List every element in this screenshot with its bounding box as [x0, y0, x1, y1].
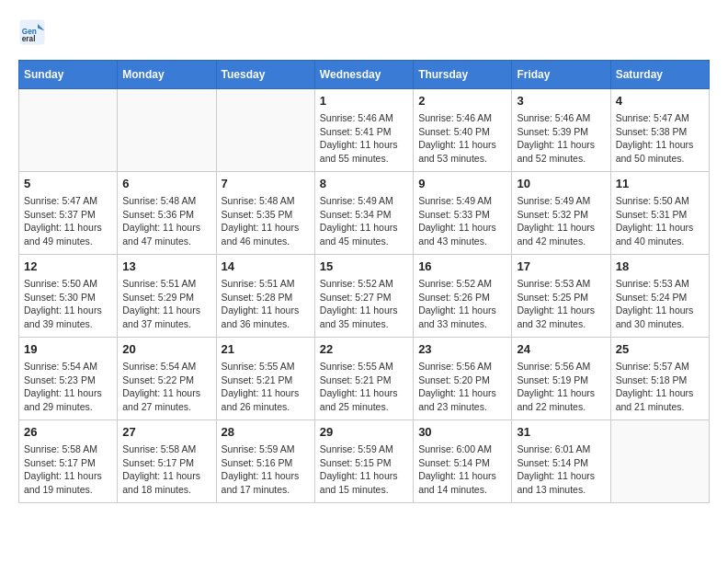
day-number: 31: [517, 425, 605, 439]
day-info: Sunrise: 5:56 AM Sunset: 5:19 PM Dayligh…: [517, 360, 605, 414]
day-number: 21: [222, 342, 310, 356]
day-number: 8: [320, 177, 408, 190]
day-info: Sunrise: 5:53 AM Sunset: 5:25 PM Dayligh…: [517, 277, 605, 331]
day-number: 26: [24, 425, 112, 439]
calendar-cell: 2Sunrise: 5:46 AM Sunset: 5:40 PM Daylig…: [414, 89, 512, 172]
calendar-cell: 20Sunrise: 5:54 AM Sunset: 5:22 PM Dayli…: [118, 338, 216, 420]
calendar-cell: 11Sunrise: 5:50 AM Sunset: 5:31 PM Dayli…: [610, 172, 709, 255]
calendar-cell: [118, 89, 216, 172]
day-number: 6: [122, 177, 210, 190]
calendar-cell: [610, 420, 709, 503]
week-row: 19Sunrise: 5:54 AM Sunset: 5:23 PM Dayli…: [19, 338, 710, 420]
day-info: Sunrise: 5:48 AM Sunset: 5:36 PM Dayligh…: [122, 194, 210, 248]
day-info: Sunrise: 5:55 AM Sunset: 5:21 PM Dayligh…: [222, 360, 310, 414]
day-number: 17: [517, 259, 605, 273]
day-info: Sunrise: 5:59 AM Sunset: 5:16 PM Dayligh…: [222, 442, 310, 497]
day-number: 30: [418, 425, 506, 439]
day-number: 27: [122, 425, 210, 439]
day-info: Sunrise: 5:49 AM Sunset: 5:33 PM Dayligh…: [418, 194, 506, 248]
calendar-cell: 25Sunrise: 5:57 AM Sunset: 5:18 PM Dayli…: [610, 338, 709, 420]
day-number: 19: [24, 342, 112, 356]
page-header: Gen eral: [18, 18, 710, 46]
calendar-cell: 27Sunrise: 5:58 AM Sunset: 5:17 PM Dayli…: [118, 420, 216, 503]
day-info: Sunrise: 5:49 AM Sunset: 5:34 PM Dayligh…: [320, 194, 408, 248]
day-info: Sunrise: 5:50 AM Sunset: 5:31 PM Dayligh…: [616, 194, 704, 248]
day-number: 25: [616, 342, 704, 356]
calendar-table: SundayMondayTuesdayWednesdayThursdayFrid…: [18, 60, 710, 503]
day-number: 16: [418, 259, 506, 273]
calendar-cell: 16Sunrise: 5:52 AM Sunset: 5:26 PM Dayli…: [414, 255, 512, 338]
svg-text:eral: eral: [22, 35, 36, 43]
calendar-cell: 1Sunrise: 5:46 AM Sunset: 5:41 PM Daylig…: [314, 89, 413, 172]
day-number: 5: [24, 177, 112, 190]
day-number: 12: [24, 259, 112, 273]
day-info: Sunrise: 5:46 AM Sunset: 5:39 PM Dayligh…: [517, 111, 605, 166]
day-info: Sunrise: 5:46 AM Sunset: 5:41 PM Dayligh…: [320, 111, 408, 166]
day-number: 2: [418, 94, 506, 108]
day-of-week-header: Sunday: [19, 61, 118, 89]
calendar-cell: 26Sunrise: 5:58 AM Sunset: 5:17 PM Dayli…: [19, 420, 118, 503]
day-info: Sunrise: 5:53 AM Sunset: 5:24 PM Dayligh…: [616, 277, 704, 331]
day-info: Sunrise: 5:54 AM Sunset: 5:22 PM Dayligh…: [122, 360, 210, 414]
calendar-cell: 10Sunrise: 5:49 AM Sunset: 5:32 PM Dayli…: [512, 172, 610, 255]
calendar-cell: 28Sunrise: 5:59 AM Sunset: 5:16 PM Dayli…: [216, 420, 314, 503]
day-info: Sunrise: 5:52 AM Sunset: 5:27 PM Dayligh…: [320, 277, 408, 331]
day-info: Sunrise: 5:54 AM Sunset: 5:23 PM Dayligh…: [24, 360, 112, 414]
calendar-cell: 23Sunrise: 5:56 AM Sunset: 5:20 PM Dayli…: [414, 338, 512, 420]
day-number: 28: [222, 425, 310, 439]
day-number: 18: [616, 259, 704, 273]
calendar-cell: 14Sunrise: 5:51 AM Sunset: 5:28 PM Dayli…: [216, 255, 314, 338]
day-number: 7: [222, 177, 310, 190]
day-number: 29: [320, 425, 408, 439]
calendar-cell: 13Sunrise: 5:51 AM Sunset: 5:29 PM Dayli…: [118, 255, 216, 338]
day-number: 20: [122, 342, 210, 356]
day-info: Sunrise: 5:47 AM Sunset: 5:37 PM Dayligh…: [24, 194, 112, 248]
logo: Gen eral: [18, 18, 51, 46]
day-info: Sunrise: 5:48 AM Sunset: 5:35 PM Dayligh…: [222, 194, 310, 248]
week-row: 12Sunrise: 5:50 AM Sunset: 5:30 PM Dayli…: [19, 255, 710, 338]
calendar-cell: 22Sunrise: 5:55 AM Sunset: 5:21 PM Dayli…: [314, 338, 413, 420]
calendar-cell: 5Sunrise: 5:47 AM Sunset: 5:37 PM Daylig…: [19, 172, 118, 255]
calendar-cell: 21Sunrise: 5:55 AM Sunset: 5:21 PM Dayli…: [216, 338, 314, 420]
calendar-cell: 12Sunrise: 5:50 AM Sunset: 5:30 PM Dayli…: [19, 255, 118, 338]
calendar-header-row: SundayMondayTuesdayWednesdayThursdayFrid…: [19, 61, 710, 89]
week-row: 1Sunrise: 5:46 AM Sunset: 5:41 PM Daylig…: [19, 89, 710, 172]
day-info: Sunrise: 5:52 AM Sunset: 5:26 PM Dayligh…: [418, 277, 506, 331]
calendar-cell: 19Sunrise: 5:54 AM Sunset: 5:23 PM Dayli…: [19, 338, 118, 420]
calendar-cell: [19, 89, 118, 172]
calendar-cell: 6Sunrise: 5:48 AM Sunset: 5:36 PM Daylig…: [118, 172, 216, 255]
day-info: Sunrise: 5:57 AM Sunset: 5:18 PM Dayligh…: [616, 360, 704, 414]
day-number: 15: [320, 259, 408, 273]
day-info: Sunrise: 5:49 AM Sunset: 5:32 PM Dayligh…: [517, 194, 605, 248]
calendar-cell: 30Sunrise: 6:00 AM Sunset: 5:14 PM Dayli…: [414, 420, 512, 503]
day-of-week-header: Friday: [512, 61, 610, 89]
calendar-cell: 24Sunrise: 5:56 AM Sunset: 5:19 PM Dayli…: [512, 338, 610, 420]
calendar-cell: 4Sunrise: 5:47 AM Sunset: 5:38 PM Daylig…: [610, 89, 709, 172]
day-of-week-header: Wednesday: [314, 61, 413, 89]
day-number: 4: [616, 94, 704, 108]
day-number: 13: [122, 259, 210, 273]
week-row: 5Sunrise: 5:47 AM Sunset: 5:37 PM Daylig…: [19, 172, 710, 255]
calendar-cell: 18Sunrise: 5:53 AM Sunset: 5:24 PM Dayli…: [610, 255, 709, 338]
day-info: Sunrise: 5:55 AM Sunset: 5:21 PM Dayligh…: [320, 360, 408, 414]
day-info: Sunrise: 5:50 AM Sunset: 5:30 PM Dayligh…: [24, 277, 112, 331]
day-info: Sunrise: 5:59 AM Sunset: 5:15 PM Dayligh…: [320, 442, 408, 497]
calendar-cell: 29Sunrise: 5:59 AM Sunset: 5:15 PM Dayli…: [314, 420, 413, 503]
day-info: Sunrise: 5:46 AM Sunset: 5:40 PM Dayligh…: [418, 111, 506, 166]
day-info: Sunrise: 6:01 AM Sunset: 5:14 PM Dayligh…: [517, 442, 605, 497]
day-number: 11: [616, 177, 704, 190]
day-info: Sunrise: 5:56 AM Sunset: 5:20 PM Dayligh…: [418, 360, 506, 414]
week-row: 26Sunrise: 5:58 AM Sunset: 5:17 PM Dayli…: [19, 420, 710, 503]
day-number: 10: [517, 177, 605, 190]
calendar-cell: 9Sunrise: 5:49 AM Sunset: 5:33 PM Daylig…: [414, 172, 512, 255]
day-info: Sunrise: 5:51 AM Sunset: 5:28 PM Dayligh…: [222, 277, 310, 331]
calendar-cell: [216, 89, 314, 172]
calendar-cell: 8Sunrise: 5:49 AM Sunset: 5:34 PM Daylig…: [314, 172, 413, 255]
day-of-week-header: Thursday: [414, 61, 512, 89]
calendar-cell: 15Sunrise: 5:52 AM Sunset: 5:27 PM Dayli…: [314, 255, 413, 338]
day-info: Sunrise: 6:00 AM Sunset: 5:14 PM Dayligh…: [418, 442, 506, 497]
day-number: 9: [418, 177, 506, 190]
calendar-cell: 17Sunrise: 5:53 AM Sunset: 5:25 PM Dayli…: [512, 255, 610, 338]
day-number: 24: [517, 342, 605, 356]
day-number: 23: [418, 342, 506, 356]
